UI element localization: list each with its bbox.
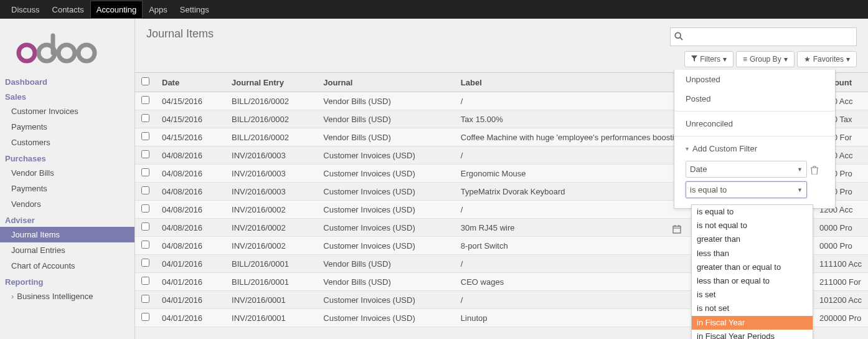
row-checkbox[interactable] <box>141 241 149 249</box>
cell-journal: Customer Invoices (USD) <box>317 291 454 309</box>
row-checkbox[interactable] <box>141 168 149 176</box>
cell-entry: INV/2016/0003 <box>225 146 317 165</box>
nav-contacts[interactable]: Contacts <box>46 1 90 19</box>
operator-option[interactable]: is not set <box>692 302 813 315</box>
nav-accounting[interactable]: Accounting <box>90 1 143 19</box>
cell-journal: Customer Invoices (USD) <box>317 219 454 237</box>
operator-option[interactable]: less than <box>692 247 813 260</box>
col-header[interactable]: Date <box>156 73 225 92</box>
filter-operator-select[interactable]: is equal to ▼ <box>686 181 807 198</box>
row-checkbox[interactable] <box>141 150 149 158</box>
search-input[interactable] <box>683 32 852 42</box>
filter-field-select[interactable]: Date ▼ <box>686 161 807 178</box>
menu-item-business-intelligence[interactable]: Business Intelligence <box>0 289 134 304</box>
operator-option[interactable]: is not equal to <box>692 219 813 232</box>
add-custom-filter-header[interactable]: Add Custom Filter <box>674 139 835 158</box>
favorites-button[interactable]: ★ Favorites ▾ <box>797 51 857 67</box>
cell-account: 0000 Pro <box>813 219 868 237</box>
cell-entry: INV/2016/0003 <box>225 165 317 183</box>
operator-option[interactable]: in Fiscal Year <box>692 316 813 330</box>
menu-item-vendor-bills[interactable]: Vendor Bills <box>0 165 134 181</box>
row-checkbox[interactable] <box>141 132 149 140</box>
menu-item-payments[interactable]: Payments <box>0 181 134 196</box>
cell-entry: BILL/2016/0001 <box>225 273 317 291</box>
cell-date: 04/01/2016 <box>156 309 225 327</box>
svg-rect-6 <box>673 226 681 233</box>
cell-entry: INV/2016/0002 <box>225 237 317 255</box>
cell-date: 04/08/2016 <box>156 165 225 183</box>
svg-point-3 <box>78 45 95 61</box>
cell-date: 04/08/2016 <box>156 201 225 219</box>
search-box[interactable] <box>670 27 857 46</box>
cell-account: 0000 Pro <box>813 237 868 255</box>
nav-apps[interactable]: Apps <box>143 1 174 19</box>
cell-journal: Vendor Bills (USD) <box>317 92 454 110</box>
cell-account: 200000 Pro <box>813 309 868 327</box>
cell-date: 04/01/2016 <box>156 273 225 291</box>
operator-options-list: is equal tois not equal togreater thanle… <box>691 204 813 339</box>
menu-section-reporting[interactable]: Reporting <box>0 274 134 289</box>
row-checkbox[interactable] <box>141 277 149 285</box>
menu-item-payments[interactable]: Payments <box>0 119 134 135</box>
filter-option-posted[interactable]: Posted <box>674 89 835 108</box>
operator-option[interactable]: is equal to <box>692 205 813 219</box>
nav-discuss[interactable]: Discuss <box>5 1 46 19</box>
row-checkbox[interactable] <box>141 114 149 122</box>
col-header[interactable]: Journal <box>317 73 454 92</box>
group-by-button[interactable]: ≡ Group By ▾ <box>736 51 795 67</box>
list-icon: ≡ <box>743 55 747 64</box>
search-icon <box>674 32 683 42</box>
filter-option-unreconciled[interactable]: Unreconciled <box>674 114 835 133</box>
cell-date: 04/15/2016 <box>156 110 225 128</box>
menu-item-journal-entries[interactable]: Journal Entries <box>0 242 134 258</box>
operator-option[interactable]: is set <box>692 288 813 302</box>
menu-item-journal-items[interactable]: Journal Items <box>0 227 134 242</box>
operator-option[interactable]: in Fiscal Year Periods <box>692 330 813 339</box>
operator-option[interactable]: less than or equal to <box>692 274 813 288</box>
row-checkbox[interactable] <box>141 295 149 303</box>
col-header[interactable]: Journal Entry <box>225 73 317 92</box>
app-logo <box>0 19 134 74</box>
cell-date: 04/08/2016 <box>156 146 225 165</box>
calendar-icon[interactable] <box>672 225 681 236</box>
cell-entry: BILL/2016/0002 <box>225 128 317 146</box>
row-checkbox[interactable] <box>141 313 149 321</box>
menu-item-chart-of-accounts[interactable]: Chart of Accounts <box>0 258 134 274</box>
menu-item-vendors[interactable]: Vendors <box>0 196 134 212</box>
operator-option[interactable]: greater than <box>692 232 813 246</box>
nav-settings[interactable]: Settings <box>174 1 215 19</box>
cell-date: 04/08/2016 <box>156 219 225 237</box>
row-checkbox[interactable] <box>141 186 149 194</box>
menu-item-customer-invoices[interactable]: Customer Invoices <box>0 103 134 119</box>
select-all-checkbox[interactable] <box>141 77 149 85</box>
menu-item-customers[interactable]: Customers <box>0 135 134 150</box>
cell-journal: Vendor Bills (USD) <box>317 128 454 146</box>
cell-account: 101200 Acc <box>813 291 868 309</box>
cell-entry: INV/2016/0001 <box>225 309 317 327</box>
cell-entry: BILL/2016/0002 <box>225 92 317 110</box>
svg-point-4 <box>675 32 681 38</box>
caret-down-icon: ▾ <box>846 55 850 64</box>
caret-down-icon: ▾ <box>784 55 788 64</box>
caret-down-icon: ▼ <box>797 187 803 193</box>
filter-option-unposted[interactable]: Unposted <box>674 70 835 89</box>
row-checkbox[interactable] <box>141 96 149 104</box>
col-header[interactable] <box>135 73 156 92</box>
star-icon: ★ <box>804 55 811 64</box>
filters-button[interactable]: Filters ▾ <box>684 51 734 67</box>
row-checkbox[interactable] <box>141 222 149 231</box>
delete-filter-icon[interactable] <box>811 166 818 176</box>
operator-option[interactable]: greater than or equal to <box>692 260 813 274</box>
cell-date: 04/15/2016 <box>156 92 225 110</box>
menu-section-purchases[interactable]: Purchases <box>0 150 134 165</box>
menu-section-sales[interactable]: Sales <box>0 88 134 103</box>
menu-section-adviser[interactable]: Adviser <box>0 212 134 227</box>
row-checkbox[interactable] <box>141 259 149 267</box>
row-checkbox[interactable] <box>141 204 149 212</box>
cell-journal: Customer Invoices (USD) <box>317 165 454 183</box>
filters-dropdown: Unposted Posted Unreconciled Add Custom … <box>674 70 836 209</box>
cell-entry: INV/2016/0003 <box>225 183 317 201</box>
sidebar: DashboardSalesCustomer InvoicesPaymentsC… <box>0 19 134 339</box>
menu-section-dashboard[interactable]: Dashboard <box>0 74 134 88</box>
cell-date: 04/15/2016 <box>156 128 225 146</box>
